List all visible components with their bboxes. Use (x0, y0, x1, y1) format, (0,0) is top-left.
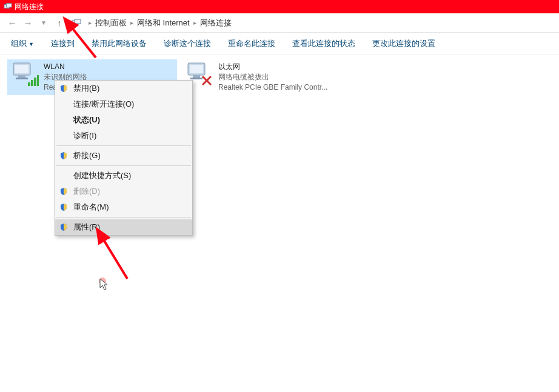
ctx-label: 创建快捷方式(S) (73, 170, 131, 181)
nav-bar: ← → ▼ ↑ ▸ 控制面板 ▸ 网络和 Internet ▸ 网络连接 (0, 13, 559, 33)
chevron-right-icon: ▸ (130, 19, 133, 26)
title-bar: 网络连接 (0, 0, 559, 13)
shield-icon (59, 223, 68, 231)
ctx-label: 重命名(M) (73, 202, 109, 213)
svg-rect-10 (34, 78, 36, 86)
wlan-adapter-icon (10, 62, 39, 87)
separator (56, 165, 191, 166)
separator (56, 217, 191, 218)
svg-rect-11 (37, 75, 39, 86)
connection-name: WLAN (44, 62, 87, 72)
svg-rect-1 (6, 4, 12, 7)
forward-button[interactable]: → (21, 16, 35, 30)
chevron-right-icon: ▸ (89, 19, 92, 26)
window-title: 网络连接 (15, 2, 44, 12)
ctx-status[interactable]: 状态(U) (55, 112, 192, 128)
svg-rect-9 (31, 80, 33, 86)
svg-rect-5 (15, 65, 28, 73)
ctx-label: 桥接(G) (73, 150, 101, 161)
breadcrumb-item[interactable]: 网络连接 (200, 18, 232, 28)
connection-adapter: Realtek PCIe GBE Family Contr... (218, 82, 327, 93)
cursor-icon (99, 277, 110, 292)
breadcrumb-item[interactable]: 网络和 Internet (137, 18, 190, 28)
shield-icon (59, 151, 68, 160)
separator (56, 145, 191, 146)
breadcrumb[interactable]: ▸ 控制面板 ▸ 网络和 Internet ▸ 网络连接 (72, 18, 232, 28)
cmd-view-status[interactable]: 查看此连接的状态 (292, 38, 355, 49)
breadcrumb-item[interactable]: 控制面板 (95, 18, 127, 28)
shield-icon (59, 84, 68, 93)
ctx-properties[interactable]: 属性(R) (55, 219, 192, 235)
command-bar: 组织▼ 连接到 禁用此网络设备 诊断这个连接 重命名此连接 查看此连接的状态 更… (0, 33, 559, 55)
ctx-label: 连接/断开连接(O) (73, 99, 134, 110)
connection-name: 以太网 (218, 62, 327, 72)
ctx-diagnose[interactable]: 诊断(I) (55, 128, 192, 144)
window-icon (4, 2, 12, 11)
content-area: WLAN 未识别的网络 Rea... 以太网 网络电缆被拔出 Realtek P… (0, 55, 559, 392)
cmd-connect[interactable]: 连接到 (51, 38, 75, 49)
ctx-label: 状态(U) (73, 115, 100, 125)
connection-ethernet[interactable]: 以太网 网络电缆被拔出 Realtek PCIe GBE Family Cont… (182, 59, 352, 95)
svg-rect-15 (190, 78, 203, 79)
svg-rect-8 (28, 82, 30, 86)
recent-dropdown[interactable]: ▼ (36, 16, 51, 30)
cmd-rename[interactable]: 重命名此连接 (228, 38, 275, 49)
cmd-organize[interactable]: 组织▼ (11, 38, 34, 49)
shield-icon (59, 187, 68, 196)
cmd-change-settings[interactable]: 更改此连接的设置 (372, 38, 435, 49)
svg-rect-7 (16, 78, 28, 79)
ctx-shortcut[interactable]: 创建快捷方式(S) (55, 168, 192, 184)
ctx-connect[interactable]: 连接/断开连接(O) (55, 96, 192, 112)
network-icon (72, 18, 81, 28)
ctx-delete: 删除(D) (55, 184, 192, 199)
ctx-rename[interactable]: 重命名(M) (55, 199, 192, 215)
shield-icon (59, 203, 68, 211)
chevron-right-icon: ▸ (193, 19, 196, 26)
svg-rect-14 (193, 75, 200, 78)
ctx-disable[interactable]: 禁用(B) (55, 81, 192, 96)
up-button[interactable]: ↑ (52, 16, 67, 30)
svg-rect-6 (18, 75, 25, 78)
connection-status: 网络电缆被拔出 (218, 72, 327, 82)
ctx-label: 属性(R) (73, 222, 100, 233)
ctx-label: 诊断(I) (73, 130, 96, 141)
ctx-label: 禁用(B) (73, 83, 99, 94)
ctx-bridge[interactable]: 桥接(G) (55, 148, 192, 164)
svg-rect-13 (190, 65, 203, 73)
back-button[interactable]: ← (5, 16, 19, 30)
connection-text: 以太网 网络电缆被拔出 Realtek PCIe GBE Family Cont… (218, 62, 327, 93)
context-menu: 禁用(B) 连接/断开连接(O) 状态(U) 诊断(I) 桥接(G) 创建快捷方… (55, 80, 193, 236)
cmd-disable-device[interactable]: 禁用此网络设备 (92, 38, 147, 49)
cmd-diagnose[interactable]: 诊断这个连接 (164, 38, 211, 49)
ctx-label: 删除(D) (73, 186, 100, 197)
svg-rect-3 (75, 19, 81, 24)
